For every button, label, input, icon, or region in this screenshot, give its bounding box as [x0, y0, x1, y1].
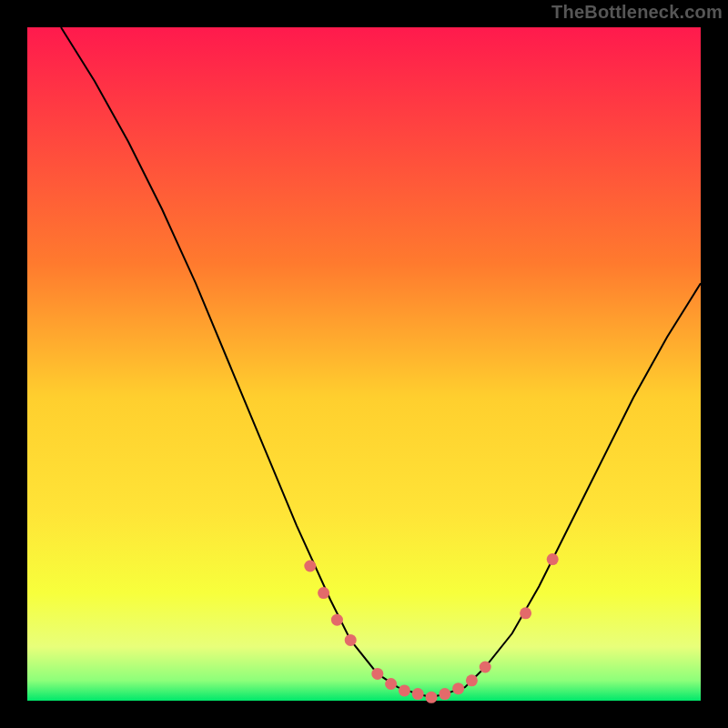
- curve-marker: [547, 553, 559, 565]
- chart-stage: { "watermark": "TheBottleneck.com", "col…: [0, 0, 728, 728]
- curve-marker: [466, 674, 478, 686]
- curve-marker: [412, 688, 424, 700]
- curve-marker: [480, 662, 491, 673]
- curve-marker: [439, 688, 450, 700]
- curve-marker: [520, 607, 531, 619]
- curve-marker: [304, 561, 316, 572]
- curve-marker: [452, 682, 464, 694]
- curve-marker: [345, 634, 357, 646]
- curve-marker: [331, 614, 343, 626]
- bottleneck-chart: [0, 0, 728, 728]
- watermark-text: TheBottleneck.com: [551, 2, 723, 23]
- chart-gradient-bg: [27, 27, 701, 701]
- curve-marker: [318, 587, 329, 599]
- curve-marker: [399, 684, 410, 696]
- curve-marker: [371, 668, 383, 680]
- curve-marker: [426, 692, 438, 703]
- curve-marker: [385, 678, 397, 690]
